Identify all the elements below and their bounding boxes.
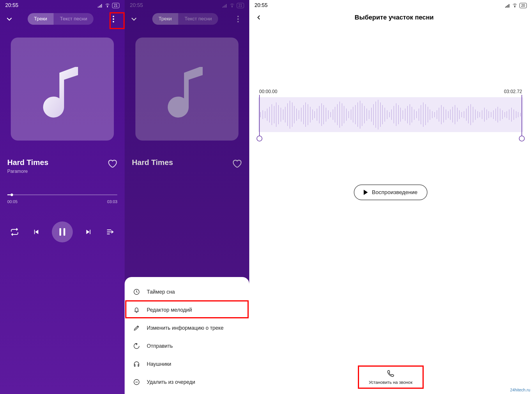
previous-button[interactable] [30,226,42,238]
status-bar: 20:55 21 [0,0,125,11]
menu-sleep-timer[interactable]: Таймер сна [125,283,249,301]
share-icon [133,342,140,350]
headphones-icon [133,360,140,368]
editor-title: Выберите участок песни [270,14,518,21]
signal-icon [505,3,510,8]
menu-headphones[interactable]: Наушники [125,355,249,373]
signal-icon [98,3,103,8]
highlight-ringtone-editor [125,300,249,318]
player-topbar: Треки Текст песни [0,11,125,29]
trim-end-time: 03:02.72 [504,89,522,94]
pause-button[interactable] [52,221,73,242]
tab-group: Треки Текст песни [28,13,94,25]
pencil-icon [133,324,140,332]
wifi-icon [105,3,110,8]
wifi-icon [512,3,518,8]
progress-slider[interactable] [7,194,117,195]
menu-edit-track-info[interactable]: Изменить информацию о треке [125,319,249,337]
watermark: 24hitech.ru [510,388,530,392]
tab-tracks[interactable]: Треки [28,13,54,25]
music-note-icon [33,60,91,118]
status-time: 20:55 [254,2,268,8]
track-title: Hard Times [7,158,48,167]
highlight-set-ringtone [358,365,424,389]
panel-ringtone-editor: 20:55 20 Выберите участок песни 00:00.00… [249,0,532,394]
next-button[interactable] [83,226,94,238]
waveform-section: 00:00.00 03:02.72 [249,25,532,144]
queue-button[interactable] [104,226,116,238]
status-time: 20:55 [5,2,18,8]
status-icons: 21 [98,3,119,8]
trim-start-time: 00:00.00 [259,89,277,94]
time-total: 03:03 [107,199,117,204]
status-bar: 20:55 20 [249,0,532,11]
battery-icon: 20 [519,3,527,8]
repeat-button[interactable] [9,226,20,238]
tab-lyrics[interactable]: Текст песни [54,13,94,25]
editor-header: Выберите участок песни [249,11,532,25]
clock-icon [133,288,140,296]
battery-icon: 21 [112,3,119,8]
playback-controls [0,204,125,242]
remove-icon [133,378,140,386]
back-button[interactable] [254,13,263,22]
play-icon [364,190,368,195]
collapse-button[interactable] [5,15,13,23]
waveform-editor[interactable] [258,97,523,132]
track-artist: Paramore [7,169,48,174]
playback-button[interactable]: Воспроизведение [354,184,427,200]
menu-share[interactable]: Отправить [125,337,249,355]
progress-section: 00:05 03:03 [0,174,125,204]
panel-player-menu: 20:55 21 ТрекиТекст песни Hard Times Тай… [125,0,249,394]
highlight-more-button [109,12,125,29]
trim-handle-start[interactable] [259,95,260,139]
favorite-button[interactable] [107,158,117,168]
album-art [11,38,114,141]
trim-handle-end[interactable] [522,95,522,139]
time-current: 00:05 [7,199,17,204]
track-info: Hard Times Paramore [0,141,125,174]
menu-remove-from-queue[interactable]: Удалить из очереди [125,373,249,391]
context-menu-sheet: Таймер сна Редактор мелодий Изменить инф… [125,277,249,394]
panel-player: 20:55 21 Треки Текст песни Hard Times Pa… [0,0,125,394]
